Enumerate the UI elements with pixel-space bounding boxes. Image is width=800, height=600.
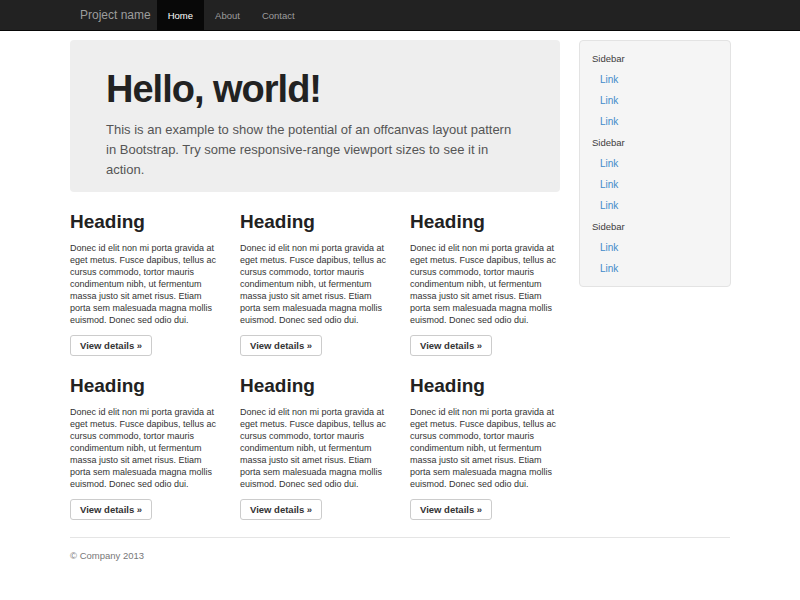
card: Heading Donec id elit non mi porta gravi… [230,356,400,520]
nav-item-about[interactable]: About [204,0,251,31]
jumbotron: Hello, world! This is an example to show… [70,40,560,192]
card: Heading Donec id elit non mi porta gravi… [230,192,400,356]
cards-row-2: Heading Donec id elit non mi porta gravi… [60,356,570,520]
card: Heading Donec id elit non mi porta gravi… [400,356,570,520]
card-body-text: Donec id elit non mi porta gravida at eg… [240,242,390,326]
sidebar-column: Sidebar Link Link Link Sidebar Link Link… [570,31,740,520]
top-navbar: Project name Home About Contact [0,0,800,31]
cards-row-1: Heading Donec id elit non mi porta gravi… [60,192,570,356]
view-details-button[interactable]: View details » [70,499,152,520]
card: Heading Donec id elit non mi porta gravi… [60,192,230,356]
view-details-button[interactable]: View details » [240,335,322,356]
card-heading: Heading [410,374,560,398]
brand-link[interactable]: Project name [60,0,157,30]
sidebar-link[interactable]: Link [580,69,730,90]
sidebar-group-header: Sidebar [580,216,730,237]
card-body-text: Donec id elit non mi porta gravida at eg… [410,242,560,326]
sidebar-link[interactable]: Link [580,153,730,174]
page-footer: © Company 2013 [70,537,730,561]
sidebar-link[interactable]: Link [580,90,730,111]
card-heading: Heading [240,374,390,398]
card-body-text: Donec id elit non mi porta gravida at eg… [240,406,390,490]
card-body-text: Donec id elit non mi porta gravida at eg… [70,406,220,490]
jumbotron-description: This is an example to show the potential… [106,120,524,180]
card-body-text: Donec id elit non mi porta gravida at eg… [410,406,560,490]
navbar-container: Project name Home About Contact [60,0,740,30]
sidebar-group-header: Sidebar [580,48,730,69]
page-title: Hello, world! [106,68,524,110]
copyright-text: © Company 2013 [70,550,730,561]
sidebar-link[interactable]: Link [580,195,730,216]
sidebar-link[interactable]: Link [580,258,730,279]
view-details-button[interactable]: View details » [410,335,492,356]
navbar-menu: Home About Contact [157,0,306,30]
content-row: Hello, world! This is an example to show… [60,31,740,520]
card-heading: Heading [70,210,220,234]
page-container: Hello, world! This is an example to show… [60,31,740,561]
sidebar-well: Sidebar Link Link Link Sidebar Link Link… [579,40,731,287]
card-heading: Heading [70,374,220,398]
card-body-text: Donec id elit non mi porta gravida at eg… [70,242,220,326]
card: Heading Donec id elit non mi porta gravi… [60,356,230,520]
sidebar-link[interactable]: Link [580,174,730,195]
main-content: Hello, world! This is an example to show… [60,31,570,520]
nav-item-contact[interactable]: Contact [251,0,306,31]
view-details-button[interactable]: View details » [70,335,152,356]
sidebar-link[interactable]: Link [580,237,730,258]
card: Heading Donec id elit non mi porta gravi… [400,192,570,356]
view-details-button[interactable]: View details » [240,499,322,520]
view-details-button[interactable]: View details » [410,499,492,520]
card-heading: Heading [240,210,390,234]
nav-item-home[interactable]: Home [157,0,204,31]
sidebar-link[interactable]: Link [580,111,730,132]
sidebar-group-header: Sidebar [580,132,730,153]
card-heading: Heading [410,210,560,234]
